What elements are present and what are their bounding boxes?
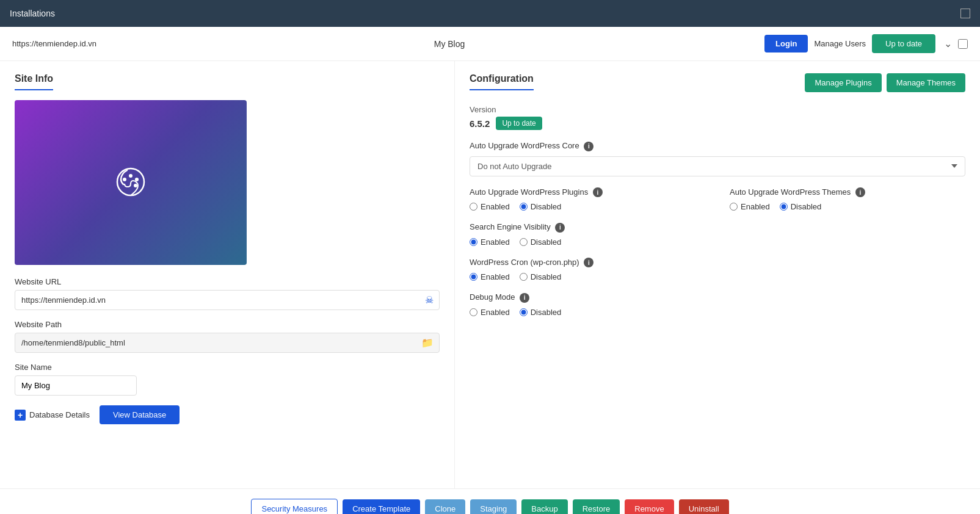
uptodate-badge: Up to date [496, 117, 542, 130]
database-details-label: Database Details [29, 410, 90, 419]
auto-upgrade-core-select[interactable]: Do not Auto Upgrade Auto Upgrade Minor A… [470, 156, 965, 176]
auto-upgrade-core-section: Auto Upgrade WordPress Core i Do not Aut… [470, 141, 965, 176]
plugins-enabled-radio[interactable] [470, 203, 477, 211]
auto-upgrade-themes-col: Auto Upgrade WordPress Themes i Enabled … [730, 187, 965, 214]
search-engine-enabled-option[interactable]: Enabled [470, 237, 510, 247]
website-path-group: Website Path 📁 [15, 320, 440, 353]
svg-point-4 [134, 184, 137, 187]
site-name-group: Site Name [15, 363, 440, 396]
config-btn-group: Manage Plugins Manage Themes [805, 73, 965, 92]
auto-upgrade-two-col: Auto Upgrade WordPress Plugins i Enabled… [470, 187, 965, 214]
site-info-title: Site Info [15, 73, 53, 90]
search-engine-disabled-option[interactable]: Disabled [520, 237, 562, 247]
auto-upgrade-core-label: Auto Upgrade WordPress Core i [470, 141, 965, 151]
svg-point-1 [123, 178, 126, 181]
auto-upgrade-themes-label: Auto Upgrade WordPress Themes i [730, 187, 965, 198]
config-title-wrap: Configuration [470, 73, 534, 100]
plugins-disabled-radio[interactable] [520, 203, 528, 211]
website-path-label: Website Path [15, 320, 440, 329]
shield-icon: ☠ [425, 294, 434, 306]
plugins-enabled-option[interactable]: Enabled [470, 202, 510, 211]
wp-cron-disabled-option[interactable]: Disabled [520, 272, 562, 281]
auto-upgrade-plugins-col: Auto Upgrade WordPress Plugins i Enabled… [470, 187, 705, 214]
wp-cron-enabled-option[interactable]: Enabled [470, 272, 510, 281]
website-url-label: Website URL [15, 277, 440, 286]
auto-upgrade-themes-radio-group: Enabled Disabled [730, 202, 965, 211]
staging-button[interactable]: Staging [470, 499, 517, 514]
clone-button[interactable]: Clone [425, 499, 465, 514]
header-row: https://tenmiendep.id.vn My Blog Login M… [0, 27, 980, 61]
wp-cron-info-icon[interactable]: i [584, 258, 593, 267]
debug-mode-radio-group: Enabled Disabled [470, 308, 965, 317]
plugins-disabled-option[interactable]: Disabled [520, 202, 562, 211]
remove-button[interactable]: Remove [625, 499, 673, 514]
version-label: Version [470, 105, 965, 114]
wp-cron-label: WordPress Cron (wp-cron.php) i [470, 258, 965, 268]
backup-button[interactable]: Backup [521, 499, 567, 514]
auto-upgrade-plugins-label: Auto Upgrade WordPress Plugins i [470, 187, 705, 198]
website-url-input[interactable] [15, 290, 440, 310]
left-panel: Site Info Website URL ☠ [0, 61, 455, 488]
debug-mode-enabled-option[interactable]: Enabled [470, 308, 510, 317]
website-path-input[interactable] [15, 333, 440, 353]
plus-icon: + [15, 410, 26, 421]
debug-mode-disabled-option[interactable]: Disabled [520, 308, 562, 317]
manage-users-button[interactable]: Manage Users [814, 39, 866, 48]
debug-mode-disabled-radio[interactable] [520, 308, 528, 316]
version-number: 6.5.2 [470, 118, 490, 129]
manage-themes-button[interactable]: Manage Themes [887, 73, 965, 92]
version-row: 6.5.2 Up to date [470, 117, 965, 130]
login-button[interactable]: Login [764, 35, 808, 52]
search-engine-info-icon[interactable]: i [555, 223, 565, 233]
action-bar: Security Measures Create Template Clone … [0, 488, 980, 514]
search-engine-enabled-radio[interactable] [470, 238, 477, 246]
debug-mode-enabled-radio[interactable] [470, 308, 477, 316]
view-database-button[interactable]: View Database [100, 405, 180, 424]
right-panel: Configuration Manage Plugins Manage Them… [455, 61, 980, 488]
site-name-label: Site Name [15, 363, 440, 372]
chevron-down-icon[interactable]: ⌄ [944, 38, 952, 49]
debug-mode-info-icon[interactable]: i [520, 293, 529, 303]
wp-cron-section: WordPress Cron (wp-cron.php) i Enabled D… [470, 258, 965, 282]
debug-mode-label: Debug Mode i [470, 292, 965, 303]
restore-button[interactable]: Restore [573, 499, 620, 514]
search-engine-label: Search Engine Visiblity i [470, 222, 965, 233]
manage-plugins-button[interactable]: Manage Plugins [805, 73, 881, 92]
uninstall-button[interactable]: Uninstall [679, 499, 729, 514]
configuration-title: Configuration [470, 73, 534, 90]
site-url: https://tenmiendep.id.vn [12, 39, 134, 48]
header-checkbox[interactable] [958, 39, 968, 49]
auto-upgrade-themes-info-icon[interactable]: i [855, 187, 865, 197]
folder-icon: 📁 [421, 337, 434, 349]
version-section: Version 6.5.2 Up to date [470, 105, 965, 130]
uptodate-header-button[interactable]: Up to date [872, 34, 935, 53]
website-url-wrap: ☠ [15, 290, 440, 310]
wp-cron-radio-group: Enabled Disabled [470, 272, 965, 281]
config-header: Configuration Manage Plugins Manage Them… [470, 73, 965, 100]
security-measures-button[interactable]: Security Measures [251, 499, 338, 514]
search-engine-section: Search Engine Visiblity i Enabled Disabl… [470, 222, 965, 247]
wp-cron-enabled-radio[interactable] [470, 273, 477, 281]
themes-disabled-option[interactable]: Disabled [780, 202, 822, 211]
header-actions: Login Manage Users Up to date ⌄ [764, 34, 968, 53]
auto-upgrade-plugins-info-icon[interactable]: i [593, 187, 603, 197]
website-path-wrap: 📁 [15, 333, 440, 353]
site-thumbnail [15, 100, 247, 265]
create-template-button[interactable]: Create Template [343, 499, 420, 514]
themes-enabled-option[interactable]: Enabled [730, 202, 770, 211]
auto-upgrade-core-info-icon[interactable]: i [584, 142, 593, 151]
themes-disabled-radio[interactable] [780, 203, 788, 211]
search-engine-radio-group: Enabled Disabled [470, 237, 965, 247]
site-name-input[interactable] [15, 375, 137, 396]
wp-cron-disabled-radio[interactable] [520, 273, 528, 281]
debug-mode-section: Debug Mode i Enabled Disabled [470, 292, 965, 317]
auto-upgrade-plugins-radio-group: Enabled Disabled [470, 202, 705, 211]
database-details-toggle[interactable]: + Database Details [15, 410, 90, 421]
search-engine-disabled-radio[interactable] [520, 238, 528, 246]
database-details-row: + Database Details View Database [15, 405, 440, 424]
close-button[interactable] [960, 9, 970, 18]
website-url-group: Website URL ☠ [15, 277, 440, 310]
themes-enabled-radio[interactable] [730, 203, 738, 211]
title-bar: Installations [0, 0, 980, 27]
palette-icon [111, 162, 150, 203]
